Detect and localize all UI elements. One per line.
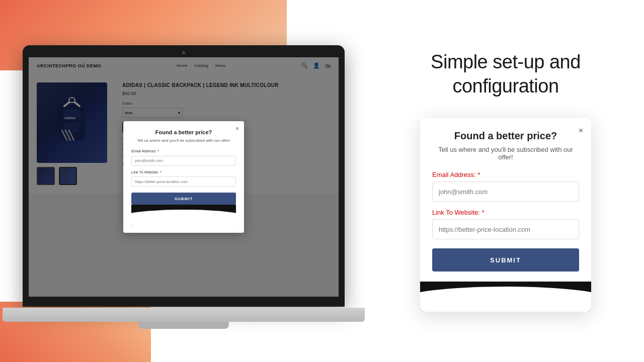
modal-title-large: Found a better price? <box>432 130 579 142</box>
laptop-screen: ARCHITECHPRO OÜ DEMO Home Catalog News 🔍… <box>29 57 339 297</box>
modal-close-button-large[interactable]: × <box>579 126 583 135</box>
laptop-base <box>3 308 365 322</box>
right-heading: Simple set-up and configuration <box>387 50 624 98</box>
link-label-small: Link To Website: * <box>131 170 236 174</box>
modal-overlay: × Found a better price? Tell us where an… <box>29 57 339 297</box>
link-input-large[interactable] <box>432 219 579 239</box>
laptop-camera <box>182 51 185 54</box>
submit-button-small[interactable]: SUBMIT <box>131 193 236 205</box>
modal-footer-small <box>131 205 236 225</box>
modal-close-button-small[interactable]: × <box>235 125 239 132</box>
link-field-small: Link To Website: * <box>131 170 236 187</box>
laptop-screen-outer: ARCHITECHPRO OÜ DEMO Home Catalog News 🔍… <box>23 45 345 307</box>
email-field-small: Email Address: * <box>131 149 236 166</box>
email-input-small[interactable] <box>131 156 236 166</box>
link-field-large: Link To Website: * <box>432 209 579 239</box>
laptop-section: ARCHITECHPRO OÜ DEMO Home Catalog News 🔍… <box>0 0 367 362</box>
submit-button-large[interactable]: SUBMIT <box>432 248 579 272</box>
laptop-wrapper: ARCHITECHPRO OÜ DEMO Home Catalog News 🔍… <box>3 45 365 337</box>
modal-small: × Found a better price? Tell us where an… <box>123 121 244 233</box>
right-section: Simple set-up and configuration × Found … <box>367 0 644 362</box>
email-input-large[interactable] <box>432 182 579 202</box>
link-input-small[interactable] <box>131 176 236 187</box>
modal-subtitle-small: Tell us where and you'll be subscribed w… <box>131 138 236 143</box>
email-field-large: Email Address: * <box>432 171 579 202</box>
modal-large-header: × Found a better price? Tell us where an… <box>420 118 591 161</box>
link-label-large: Link To Website: * <box>432 209 579 216</box>
modal-footer-large <box>420 282 591 312</box>
modal-subtitle-large: Tell us where and you'll be subscribed w… <box>432 146 579 161</box>
email-label-small: Email Address: * <box>131 149 236 153</box>
modal-title-small: Found a better price? <box>131 129 236 135</box>
modal-large: × Found a better price? Tell us where an… <box>420 118 591 312</box>
modal-large-body: Email Address: * Link To Website: * SUBM… <box>420 171 591 282</box>
email-label-large: Email Address: * <box>432 171 579 178</box>
